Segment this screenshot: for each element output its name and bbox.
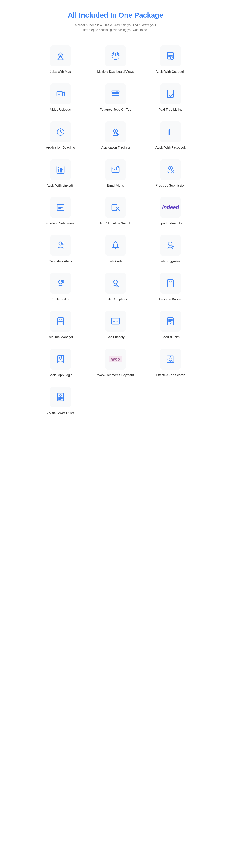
feature-apply-with-facebook: f Apply With Facebook <box>145 120 196 152</box>
svg-rect-12 <box>112 93 119 95</box>
svg-rect-69 <box>167 317 174 325</box>
feature-import-indeed-job: indeed Import Indeed Job <box>145 195 196 227</box>
woo-icon: Woo <box>109 356 122 363</box>
icon-box <box>50 273 71 293</box>
svg-point-26 <box>58 167 59 168</box>
tracking-icon <box>110 126 121 137</box>
feature-label: Email Alerts <box>107 183 124 188</box>
featured-icon <box>110 89 121 99</box>
feature-label: Frontend Submission <box>45 221 76 226</box>
social-login-icon <box>55 354 66 365</box>
icon-box <box>50 235 71 256</box>
svg-point-80 <box>167 359 168 360</box>
icon-box <box>50 311 71 332</box>
svg-point-60 <box>60 319 62 321</box>
icon-box: indeed <box>160 197 181 218</box>
feature-label: Effective Job Search <box>156 373 185 377</box>
indeed-icon: indeed <box>162 205 179 210</box>
free-job-icon <box>165 164 176 175</box>
feature-application-tracking: Application Tracking <box>90 120 141 152</box>
feature-candidate-alerts: Candidate Alerts <box>35 233 86 266</box>
icon-box <box>105 311 126 332</box>
svg-point-36 <box>57 205 58 206</box>
svg-rect-13 <box>112 96 119 97</box>
svg-point-21 <box>115 130 116 132</box>
feature-resume-builder: Resume Builder <box>145 271 196 303</box>
svg-rect-9 <box>57 92 63 96</box>
suggestion-icon <box>165 240 176 251</box>
linkedin-icon <box>55 164 66 175</box>
icon-box <box>160 159 181 180</box>
svg-point-55 <box>169 281 171 283</box>
feature-multiple-dashboard-views: Multiple Dashboard Views <box>90 43 141 76</box>
icon-box <box>50 45 71 66</box>
feature-label: Video Uploads <box>50 107 71 112</box>
feature-apply-with-linkedin: Apply With Linkedin <box>35 157 86 190</box>
feature-job-suggestion: Job Suggestion <box>145 233 196 266</box>
svg-point-37 <box>59 205 59 206</box>
feature-geo-location-search: GEO Location Search <box>90 195 141 227</box>
feature-social-app-login: Social App Login <box>35 347 86 379</box>
svg-point-78 <box>170 356 171 357</box>
icon-box <box>160 45 181 66</box>
feature-label: Social App Login <box>48 373 72 377</box>
feature-free-job-submission: Free Job Submission <box>145 157 196 190</box>
svg-rect-64 <box>111 318 120 324</box>
icon-box <box>105 235 126 256</box>
svg-rect-25 <box>58 168 59 172</box>
feature-seo-friendly: Seo Friendly <box>90 309 141 341</box>
candidate-icon <box>55 240 66 251</box>
feature-shortlist-jobs: Shorlist Jobs <box>145 309 196 341</box>
feature-label: Resume Builder <box>159 297 182 302</box>
icon-box <box>160 349 181 370</box>
svg-point-1 <box>60 54 61 55</box>
feature-label: Job Alerts <box>109 259 123 264</box>
listing-icon <box>165 89 176 99</box>
svg-point-44 <box>117 208 118 209</box>
feature-jobs-with-map: Jobs With Map <box>35 43 86 76</box>
feature-label: Free Job Submission <box>155 183 185 188</box>
svg-point-68 <box>114 319 114 319</box>
profile-completion-icon <box>110 278 121 288</box>
svg-point-48 <box>168 242 172 246</box>
feature-application-deadline: Application Deadline <box>35 120 86 152</box>
svg-point-52 <box>114 280 117 284</box>
feature-label: Apply With Linkedin <box>46 183 74 188</box>
icon-box <box>50 159 71 180</box>
icon-box <box>160 311 181 332</box>
geo-icon <box>110 202 121 213</box>
icon-box <box>160 84 181 104</box>
svg-point-66 <box>112 319 112 319</box>
feature-frontend-submission: Frontend Submission <box>35 195 86 227</box>
feature-label: Apply With Out Login <box>155 69 185 74</box>
feature-label: Profile Builder <box>51 297 71 302</box>
icon-box <box>105 273 126 293</box>
video-icon <box>55 89 66 99</box>
resume-manager-icon <box>55 316 66 327</box>
deadline-icon <box>55 126 66 137</box>
main-title: All Included In One Package <box>35 11 196 19</box>
feature-label: Profile Completion <box>103 297 129 302</box>
feature-apply-without-login: Apply With Out Login <box>145 43 196 76</box>
no-login-icon <box>165 51 176 61</box>
feature-woo-commerce-payment: Woo Woo-Commerce Payment <box>90 347 141 379</box>
icon-box <box>50 121 71 142</box>
svg-point-79 <box>170 362 171 362</box>
feature-label: Candidate Alerts <box>49 259 72 264</box>
feature-label: Paid Free Listing <box>159 107 183 112</box>
feature-label: Multiple Dashboard Views <box>97 69 134 74</box>
feature-label: Seo Friendly <box>107 335 124 340</box>
subtitle: A better Superio is out there. We'll hel… <box>74 23 157 32</box>
icon-box <box>50 84 71 104</box>
feature-email-alerts: Email Alerts <box>90 157 141 190</box>
seo-icon <box>110 316 121 327</box>
facebook-icon: f <box>165 126 176 137</box>
feature-label: Job Suggestion <box>160 259 182 264</box>
feature-label: Jobs With Map <box>50 69 71 74</box>
icon-box <box>105 197 126 218</box>
feature-label: Import Indeed Job <box>158 221 183 226</box>
feature-effective-job-search: Effective Job Search <box>145 347 196 379</box>
svg-point-3 <box>115 55 116 56</box>
svg-point-38 <box>60 205 60 206</box>
icon-box <box>160 235 181 256</box>
